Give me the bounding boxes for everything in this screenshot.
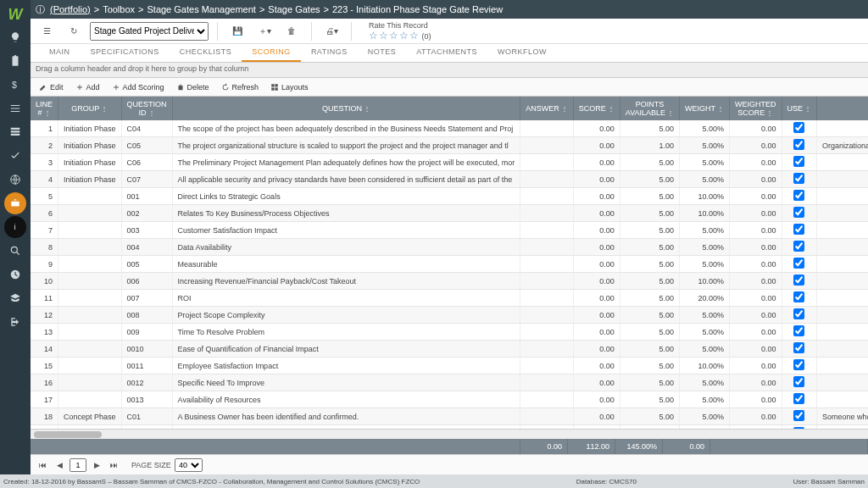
use-checkbox[interactable]: [793, 291, 804, 302]
horizontal-scrollbar[interactable]: [31, 429, 868, 439]
page-first[interactable]: ⏮: [36, 458, 49, 472]
col-header[interactable]: LINE #⋮: [31, 97, 58, 120]
table-row[interactable]: 7003Customer Satisfaction Impact0.005.00…: [31, 222, 868, 239]
table-row[interactable]: 12008Project Scope Complexity0.005.005.0…: [31, 307, 868, 324]
use-checkbox[interactable]: [793, 359, 804, 370]
delete-icon[interactable]: 🗑: [281, 21, 303, 42]
tab-attachments[interactable]: ATTACHMENTS: [406, 44, 487, 62]
add-scoring-button[interactable]: Add Scoring: [107, 81, 170, 93]
use-checkbox[interactable]: [793, 241, 804, 252]
nav-search[interactable]: [0, 239, 31, 263]
nav-globe[interactable]: [0, 168, 31, 191]
nav-education[interactable]: [0, 286, 31, 310]
layouts-button[interactable]: Layouts: [265, 81, 314, 93]
col-header[interactable]: WEIGHT⋮: [680, 97, 730, 120]
add-icon[interactable]: ＋▾: [253, 21, 275, 42]
tab-main[interactable]: MAIN: [39, 44, 81, 62]
use-checkbox[interactable]: [793, 274, 804, 286]
table-row[interactable]: 150011Employee Satisfaction Impact0.005.…: [31, 358, 868, 374]
col-header[interactable]: USE⋮: [782, 97, 817, 120]
tab-scoring[interactable]: SCORING: [242, 44, 301, 62]
save-icon[interactable]: 💾: [226, 21, 248, 42]
use-checkbox[interactable]: [793, 156, 804, 167]
table-row[interactable]: 18Concept PhaseC01A Business Owner has b…: [31, 408, 868, 425]
table-row[interactable]: 13009Time To Resolve Problem0.005.005.00…: [31, 324, 868, 341]
breadcrumb-part[interactable]: Toolbox: [103, 4, 135, 14]
tab-specifications[interactable]: SPECIFICATIONS: [81, 44, 170, 62]
page-size-select[interactable]: 40: [175, 458, 203, 472]
use-checkbox[interactable]: [793, 190, 804, 201]
breadcrumb-part[interactable]: Stage Gates Management: [147, 4, 255, 14]
nav-clipboard[interactable]: [0, 49, 31, 73]
table-row[interactable]: 140010Ease of Quantification of Financia…: [31, 341, 868, 358]
breadcrumb-part[interactable]: Stage Gates: [268, 4, 320, 14]
table-row[interactable]: 9005Measurable0.005.005.00%0.00: [31, 256, 868, 273]
use-checkbox[interactable]: [793, 122, 804, 133]
table-row[interactable]: 3Initiation PhaseC06The Preliminary Proj…: [31, 154, 868, 171]
nav-info[interactable]: i: [4, 216, 26, 238]
use-checkbox[interactable]: [793, 173, 804, 184]
col-header[interactable]: QUESTION ID⋮: [121, 97, 172, 120]
breadcrumb-portfolio[interactable]: (Portfolio): [50, 4, 91, 14]
nav-table[interactable]: [0, 120, 31, 144]
page-number-input[interactable]: [70, 458, 86, 472]
use-checkbox[interactable]: [793, 376, 804, 387]
refresh-button[interactable]: Refresh: [216, 81, 264, 93]
page-next[interactable]: ▶: [90, 458, 103, 472]
nav-list[interactable]: [0, 97, 31, 120]
print-icon[interactable]: 🖨▾: [320, 21, 342, 42]
tab-checklists[interactable]: CHECKLISTS: [170, 44, 242, 62]
group-by-panel[interactable]: Drag a column header and drop it here to…: [31, 63, 868, 78]
table-row[interactable]: 2Initiation PhaseC05The project organiza…: [31, 137, 868, 154]
refresh-icon[interactable]: ↻: [63, 21, 85, 42]
use-checkbox[interactable]: [793, 393, 804, 404]
table-row[interactable]: 11007ROI0.005.0020.00%0.00: [31, 290, 868, 307]
tab-notes[interactable]: NOTES: [358, 44, 407, 62]
col-header[interactable]: GROUP⋮: [58, 97, 122, 120]
use-checkbox[interactable]: [793, 139, 804, 150]
nav-sidebar: W $ i: [0, 0, 31, 488]
status-user: User: Bassam Samman: [793, 478, 865, 485]
info-icon[interactable]: ⓘ: [36, 3, 45, 16]
grid-area[interactable]: LINE #⋮GROUP⋮QUESTION ID⋮QUESTION⋮ANSWER…: [31, 97, 868, 429]
col-header[interactable]: WEIGHTED SCORE⋮: [730, 97, 782, 120]
use-checkbox[interactable]: [793, 224, 804, 235]
table-row[interactable]: 160012Specific Need To Improve0.005.005.…: [31, 374, 868, 391]
col-header[interactable]: ANSWER⋮: [520, 97, 574, 120]
col-header[interactable]: SCORE⋮: [573, 97, 620, 120]
use-checkbox[interactable]: [793, 325, 804, 336]
menu-icon[interactable]: ☰: [36, 21, 58, 42]
tab-workflow[interactable]: WORKFLOW: [487, 44, 557, 62]
use-checkbox[interactable]: [793, 410, 804, 421]
table-row[interactable]: 4Initiation PhaseC07All applicable secur…: [31, 171, 868, 188]
nav-idea[interactable]: [0, 25, 31, 49]
rating-stars[interactable]: ☆☆☆☆☆: [369, 30, 420, 42]
col-header[interactable]: NOTES⋮: [817, 97, 868, 120]
rate-this-record[interactable]: Rate This Record ☆☆☆☆☆ (0): [369, 21, 431, 42]
table-row[interactable]: 8004Data Availability0.005.005.00%0.00: [31, 239, 868, 256]
add-button[interactable]: Add: [70, 81, 105, 93]
delete-button[interactable]: Delete: [171, 81, 214, 93]
col-header[interactable]: POINTS AVAILABLE⋮: [620, 97, 679, 120]
table-row[interactable]: 10006Increasing Revenue/Financial Paybac…: [31, 273, 868, 290]
template-dropdown[interactable]: Stage Gated Project Delivery - Initiat: [90, 22, 209, 41]
nav-briefcase[interactable]: [4, 192, 26, 214]
nav-exit[interactable]: [0, 310, 31, 334]
page-prev[interactable]: ◀: [53, 458, 66, 472]
table-row[interactable]: 5001Direct Links to Strategic Goals0.005…: [31, 188, 868, 205]
nav-history[interactable]: [0, 263, 31, 286]
col-header[interactable]: QUESTION⋮: [172, 97, 520, 120]
table-row[interactable]: 170013Availability of Resources0.005.005…: [31, 391, 868, 408]
nav-check[interactable]: [0, 144, 31, 168]
use-checkbox[interactable]: [793, 342, 804, 353]
rate-count: (0): [422, 32, 431, 41]
edit-button[interactable]: Edit: [34, 81, 69, 93]
nav-money[interactable]: $: [0, 73, 31, 97]
tab-ratings[interactable]: RATINGS: [301, 44, 358, 62]
table-row[interactable]: 1Initiation PhaseC04The scope of the pro…: [31, 120, 868, 137]
use-checkbox[interactable]: [793, 308, 804, 319]
page-last[interactable]: ⏭: [107, 458, 120, 472]
table-row[interactable]: 6002Relates To Key Business/Process Obje…: [31, 205, 868, 222]
use-checkbox[interactable]: [793, 258, 804, 269]
use-checkbox[interactable]: [793, 207, 804, 218]
